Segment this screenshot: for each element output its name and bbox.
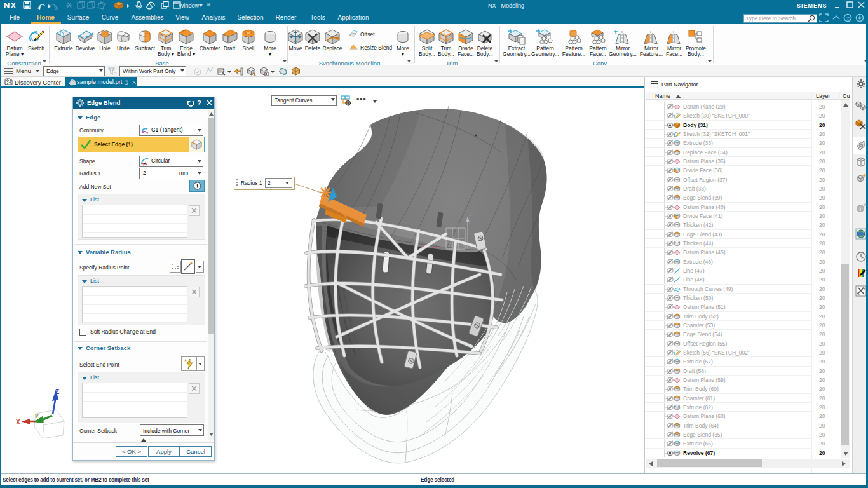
svg-text:Y: Y [35,413,39,419]
svg-text:X: X [16,419,20,426]
svg-text:i: i [860,206,862,212]
svg-text:Z: Z [55,388,59,395]
svg-text:?: ? [197,99,201,107]
svg-text:?: ? [846,15,850,21]
svg-text:z: z [469,210,472,217]
svg-text:3: 3 [222,69,225,72]
